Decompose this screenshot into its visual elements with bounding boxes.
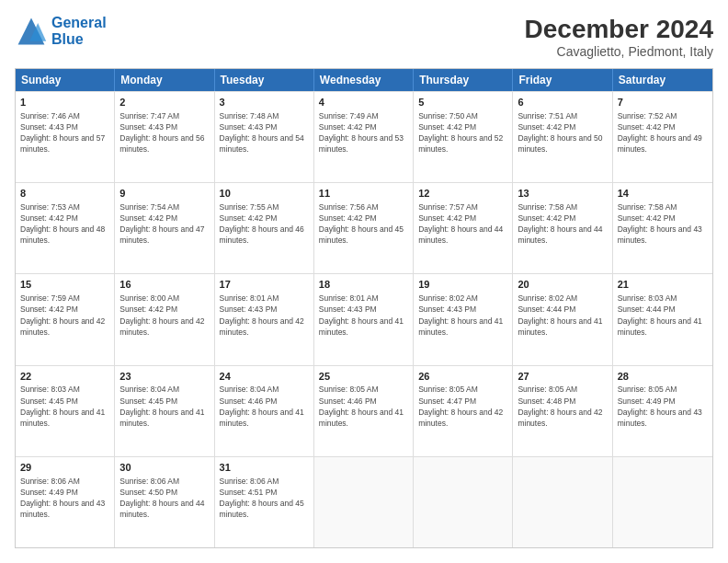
weekday-header: Sunday (16, 69, 115, 91)
logo-general: General (51, 15, 107, 30)
day-number: 27 (518, 370, 607, 384)
day-info: Sunrise: 8:01 AMSunset: 4:43 PMDaylight:… (319, 293, 404, 336)
calendar-cell: 29 Sunrise: 8:06 AMSunset: 4:49 PMDaylig… (16, 457, 115, 547)
day-info: Sunrise: 7:49 AMSunset: 4:42 PMDaylight:… (319, 111, 404, 154)
calendar-cell: 3 Sunrise: 7:48 AMSunset: 4:43 PMDayligh… (215, 92, 314, 182)
day-info: Sunrise: 7:55 AMSunset: 4:42 PMDaylight:… (220, 202, 304, 245)
day-info: Sunrise: 7:46 AMSunset: 4:43 PMDaylight:… (20, 111, 105, 154)
day-info: Sunrise: 8:04 AMSunset: 4:45 PMDaylight:… (119, 385, 204, 427)
day-number: 4 (319, 96, 408, 109)
calendar-cell: 10 Sunrise: 7:55 AMSunset: 4:42 PMDaylig… (215, 183, 314, 273)
calendar-cell: 17 Sunrise: 8:01 AMSunset: 4:43 PMDaylig… (215, 274, 314, 364)
day-info: Sunrise: 7:50 AMSunset: 4:42 PMDaylight:… (418, 111, 503, 154)
day-info: Sunrise: 8:02 AMSunset: 4:44 PMDaylight:… (518, 293, 602, 336)
day-number: 20 (518, 278, 607, 292)
day-number: 31 (220, 461, 309, 475)
calendar-cell: 2 Sunrise: 7:47 AMSunset: 4:43 PMDayligh… (115, 92, 214, 182)
day-info: Sunrise: 8:05 AMSunset: 4:49 PMDaylight:… (618, 385, 702, 427)
header: General Blue December 2024 Cavaglietto, … (15, 15, 713, 59)
main-title: December 2024 (525, 15, 713, 44)
day-info: Sunrise: 8:04 AMSunset: 4:46 PMDaylight:… (220, 385, 304, 427)
calendar-cell: 6 Sunrise: 7:51 AMSunset: 4:42 PMDayligh… (513, 92, 612, 182)
day-info: Sunrise: 8:05 AMSunset: 4:46 PMDaylight:… (319, 385, 404, 427)
weekday-header: Friday (513, 69, 612, 91)
day-info: Sunrise: 8:00 AMSunset: 4:42 PMDaylight:… (119, 293, 204, 336)
logo-icon (15, 15, 48, 48)
day-number: 10 (220, 187, 309, 201)
day-info: Sunrise: 8:05 AMSunset: 4:48 PMDaylight:… (518, 385, 602, 427)
title-block: December 2024 Cavaglietto, Piedmont, Ita… (525, 15, 713, 59)
calendar-cell: 5 Sunrise: 7:50 AMSunset: 4:42 PMDayligh… (414, 92, 513, 182)
day-number: 16 (119, 278, 209, 292)
logo-text: General Blue (51, 15, 107, 47)
calendar-cell: 7 Sunrise: 7:52 AMSunset: 4:42 PMDayligh… (613, 92, 712, 182)
day-number: 12 (418, 187, 507, 201)
calendar-cell: 16 Sunrise: 8:00 AMSunset: 4:42 PMDaylig… (115, 274, 214, 364)
day-info: Sunrise: 7:56 AMSunset: 4:42 PMDaylight:… (319, 202, 404, 245)
day-number: 13 (518, 187, 607, 201)
calendar-body: 1 Sunrise: 7:46 AMSunset: 4:43 PMDayligh… (16, 91, 712, 547)
calendar-cell: 22 Sunrise: 8:03 AMSunset: 4:45 PMDaylig… (16, 366, 115, 456)
calendar-cell: 30 Sunrise: 8:06 AMSunset: 4:50 PMDaylig… (115, 457, 214, 547)
day-info: Sunrise: 8:03 AMSunset: 4:44 PMDaylight:… (618, 293, 702, 336)
calendar-cell (414, 457, 513, 547)
day-number: 22 (20, 370, 109, 384)
day-info: Sunrise: 7:53 AMSunset: 4:42 PMDaylight:… (20, 202, 105, 245)
calendar-header: SundayMondayTuesdayWednesdayThursdayFrid… (16, 69, 712, 91)
calendar-row: 29 Sunrise: 8:06 AMSunset: 4:49 PMDaylig… (16, 456, 712, 547)
day-number: 7 (618, 96, 708, 109)
calendar-cell: 14 Sunrise: 7:58 AMSunset: 4:42 PMDaylig… (613, 183, 712, 273)
day-number: 2 (119, 96, 209, 109)
day-number: 21 (618, 278, 708, 292)
calendar-cell: 21 Sunrise: 8:03 AMSunset: 4:44 PMDaylig… (613, 274, 712, 364)
day-info: Sunrise: 8:01 AMSunset: 4:43 PMDaylight:… (220, 293, 304, 336)
day-number: 3 (220, 96, 309, 109)
day-number: 5 (418, 96, 507, 109)
day-number: 1 (20, 96, 109, 109)
day-info: Sunrise: 8:06 AMSunset: 4:49 PMDaylight:… (20, 477, 105, 519)
day-info: Sunrise: 8:02 AMSunset: 4:43 PMDaylight:… (418, 293, 503, 336)
day-number: 30 (119, 461, 209, 475)
logo: General Blue (15, 15, 107, 48)
day-info: Sunrise: 8:05 AMSunset: 4:47 PMDaylight:… (418, 385, 503, 427)
calendar-cell: 25 Sunrise: 8:05 AMSunset: 4:46 PMDaylig… (314, 366, 414, 456)
calendar-cell: 20 Sunrise: 8:02 AMSunset: 4:44 PMDaylig… (513, 274, 612, 364)
day-number: 17 (220, 278, 309, 292)
calendar-cell: 9 Sunrise: 7:54 AMSunset: 4:42 PMDayligh… (115, 183, 214, 273)
calendar-row: 22 Sunrise: 8:03 AMSunset: 4:45 PMDaylig… (16, 365, 712, 456)
day-info: Sunrise: 8:03 AMSunset: 4:45 PMDaylight:… (20, 385, 105, 427)
day-number: 23 (119, 370, 209, 384)
weekday-header: Saturday (613, 69, 712, 91)
calendar-cell: 18 Sunrise: 8:01 AMSunset: 4:43 PMDaylig… (314, 274, 414, 364)
calendar-cell (314, 457, 414, 547)
day-info: Sunrise: 7:51 AMSunset: 4:42 PMDaylight:… (518, 111, 602, 154)
logo-blue: Blue (51, 31, 107, 48)
day-number: 29 (20, 461, 109, 475)
day-number: 19 (418, 278, 507, 292)
weekday-header: Wednesday (314, 69, 414, 91)
calendar-cell: 11 Sunrise: 7:56 AMSunset: 4:42 PMDaylig… (314, 183, 414, 273)
day-number: 25 (319, 370, 408, 384)
calendar-cell: 15 Sunrise: 7:59 AMSunset: 4:42 PMDaylig… (16, 274, 115, 364)
day-info: Sunrise: 7:48 AMSunset: 4:43 PMDaylight:… (220, 111, 304, 154)
day-number: 6 (518, 96, 607, 109)
calendar-cell: 19 Sunrise: 8:02 AMSunset: 4:43 PMDaylig… (414, 274, 513, 364)
calendar-cell: 27 Sunrise: 8:05 AMSunset: 4:48 PMDaylig… (513, 366, 612, 456)
day-info: Sunrise: 7:59 AMSunset: 4:42 PMDaylight:… (20, 293, 105, 336)
day-number: 11 (319, 187, 408, 201)
day-info: Sunrise: 7:52 AMSunset: 4:42 PMDaylight:… (618, 111, 702, 154)
day-number: 24 (220, 370, 309, 384)
day-info: Sunrise: 7:47 AMSunset: 4:43 PMDaylight:… (119, 111, 204, 154)
calendar-cell (513, 457, 612, 547)
weekday-header: Thursday (414, 69, 513, 91)
calendar-row: 1 Sunrise: 7:46 AMSunset: 4:43 PMDayligh… (16, 91, 712, 182)
calendar-cell: 31 Sunrise: 8:06 AMSunset: 4:51 PMDaylig… (215, 457, 314, 547)
subtitle: Cavaglietto, Piedmont, Italy (525, 44, 713, 59)
weekday-header: Tuesday (215, 69, 314, 91)
day-number: 14 (618, 187, 708, 201)
day-number: 9 (119, 187, 209, 201)
weekday-header: Monday (115, 69, 214, 91)
day-number: 28 (618, 370, 708, 384)
calendar-cell: 12 Sunrise: 7:57 AMSunset: 4:42 PMDaylig… (414, 183, 513, 273)
calendar-cell: 13 Sunrise: 7:58 AMSunset: 4:42 PMDaylig… (513, 183, 612, 273)
